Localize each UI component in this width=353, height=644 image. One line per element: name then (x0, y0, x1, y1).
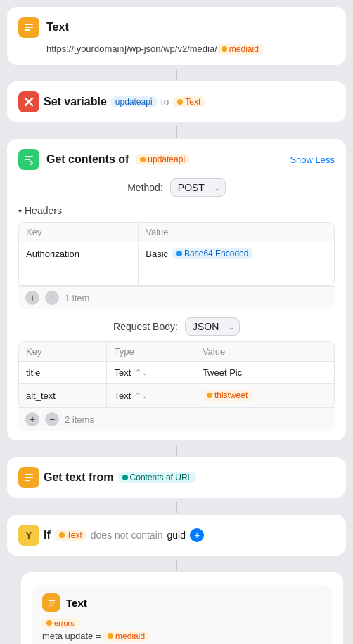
connector-line-3 (176, 445, 177, 456)
set-var-1-value: Text (173, 96, 205, 107)
errors-label-line: errors (42, 617, 322, 628)
body-type-2: Text ⌃⌄ (107, 385, 195, 407)
meta-update-prefix: meta update = (42, 631, 101, 641)
headers-count: 1 item (65, 293, 89, 303)
headers-section: ▾ Headers Key Value Authorization Basic … (18, 205, 335, 309)
headers-remove-btn[interactable]: − (45, 291, 59, 305)
type-chevron-1: ⌃⌄ (135, 368, 148, 377)
headers-row-empty (19, 265, 334, 285)
body-col-key: Key (19, 342, 107, 361)
contents-of-url-tag: Contents of URL (118, 472, 197, 483)
if-add-btn[interactable]: + (190, 528, 204, 542)
header-key-1: Authorization (19, 243, 139, 265)
connector-1 (7, 67, 346, 81)
inner-text-block: Text errors meta update = mediaid error … (21, 572, 343, 644)
body-add-btn[interactable]: + (25, 412, 39, 426)
svg-rect-11 (48, 602, 55, 603)
request-body-label: Request Body: (113, 321, 178, 332)
svg-rect-5 (25, 156, 33, 157)
get-contents-prefix: Get contents of (46, 153, 129, 166)
mediaid-tag-2: mediaid (103, 631, 149, 642)
header-col-value: Value (139, 223, 334, 242)
connector-line-4 (176, 502, 177, 513)
set-variable-1-line: Set variable updateapi to Text (18, 91, 335, 112)
chevron-icon: ▾ (18, 207, 22, 215)
svg-rect-6 (25, 159, 30, 160)
method-select-wrapper[interactable]: POST (170, 178, 226, 197)
inner-text-icon (42, 593, 60, 612)
body-table: Key Type Value title Text ⌃⌄ Tweet Pic a… (18, 341, 335, 407)
body-key-2: alt_text (19, 385, 107, 407)
dot-tt (207, 393, 212, 398)
connector-line-2 (176, 126, 177, 138)
svg-rect-2 (25, 29, 30, 31)
connector-4 (7, 501, 346, 515)
body-count: 2 items (65, 414, 94, 425)
svg-rect-1 (25, 27, 33, 28)
method-label: Method: (127, 182, 163, 193)
dot-gc (140, 157, 146, 162)
text-block-1: Text https://[yourdomain]/wp-json/wp/v2/… (7, 7, 346, 65)
get-contents-icon (18, 149, 39, 170)
svg-rect-9 (25, 480, 30, 481)
if-keyword: If (44, 529, 51, 541)
body-value-2: thistweet (195, 384, 334, 407)
get-contents-body: Method: POST ▾ Headers Key Value Authori… (18, 178, 335, 431)
meta-update-line: meta update = mediaid (42, 631, 322, 642)
if-block: Y If Text does not contain guid + (7, 515, 346, 556)
updateapi-tag: updateapi (111, 96, 157, 107)
svg-rect-10 (48, 600, 55, 601)
connector-line-1 (176, 69, 177, 80)
get-contents-block: Get contents of updateapi Show Less Meth… (7, 139, 346, 440)
connector-2 (7, 125, 346, 139)
body-table-header: Key Type Value (19, 342, 334, 362)
body-remove-btn[interactable]: − (45, 412, 59, 426)
inner-text-title: Text (66, 597, 87, 609)
mediaid-tag-1: mediaid (217, 44, 263, 55)
dot-if (59, 532, 65, 538)
thistweet-tag: thistweet (203, 390, 252, 401)
body-key-1: title (19, 362, 107, 383)
connector-3 (7, 443, 346, 457)
show-less-btn[interactable]: Show Less (290, 155, 335, 165)
method-row: Method: POST (18, 178, 335, 197)
dot-sv1 (177, 99, 183, 105)
dot-b64 (176, 251, 182, 256)
connector-5 (7, 558, 346, 572)
get-contents-left: Get contents of updateapi (18, 149, 189, 170)
json-select-wrapper[interactable]: JSON (185, 317, 240, 336)
text-block-1-content: https://[yourdomain]/wp-json/wp/v2/media… (46, 44, 335, 55)
tag-dot-1 (222, 46, 227, 52)
headers-table-header: Key Value (19, 223, 334, 242)
set-variable-1-block: Set variable updateapi to Text (7, 81, 346, 122)
json-select[interactable]: JSON (185, 317, 240, 336)
text-block-1-title: Text (46, 21, 69, 34)
get-text-prefix: Get text from (44, 471, 114, 484)
get-contents-header: Get contents of updateapi Show Less (18, 149, 335, 170)
dot-cu (122, 475, 128, 480)
set-var-icon-1 (18, 91, 39, 112)
headers-add-btn[interactable]: + (25, 291, 39, 305)
if-var-tag: Text (55, 530, 86, 541)
headers-label: Headers (25, 205, 62, 216)
set-var-1-prefix: Set variable (44, 96, 107, 108)
inner-text-content: errors meta update = mediaid error = Tex… (42, 617, 322, 644)
body-type-1: Text ⌃⌄ (107, 362, 195, 383)
header-value-1: Basic Base64 Encoded (139, 242, 334, 265)
get-contents-api-tag: updateapi (136, 154, 189, 165)
svg-rect-8 (25, 477, 33, 478)
headers-toggle[interactable]: ▾ Headers (18, 205, 335, 216)
basic-text: Basic (146, 249, 168, 259)
type-chevron-2: ⌃⌄ (135, 391, 148, 400)
svg-rect-7 (25, 474, 33, 475)
header-value-empty (139, 270, 334, 281)
headers-footer: + − 1 item (18, 286, 335, 309)
inner-block-content: Text errors meta update = mediaid error … (32, 585, 332, 644)
headers-table: Key Value Authorization Basic Base64 Enc… (18, 222, 335, 286)
method-select[interactable]: POST (170, 178, 226, 197)
body-col-value: Value (195, 342, 334, 361)
errors-tag: errors (42, 618, 79, 628)
body-value-1: Tweet Pic (195, 362, 334, 383)
connector-line-5 (176, 560, 177, 571)
get-text-line: Get text from Contents of URL (18, 467, 335, 488)
